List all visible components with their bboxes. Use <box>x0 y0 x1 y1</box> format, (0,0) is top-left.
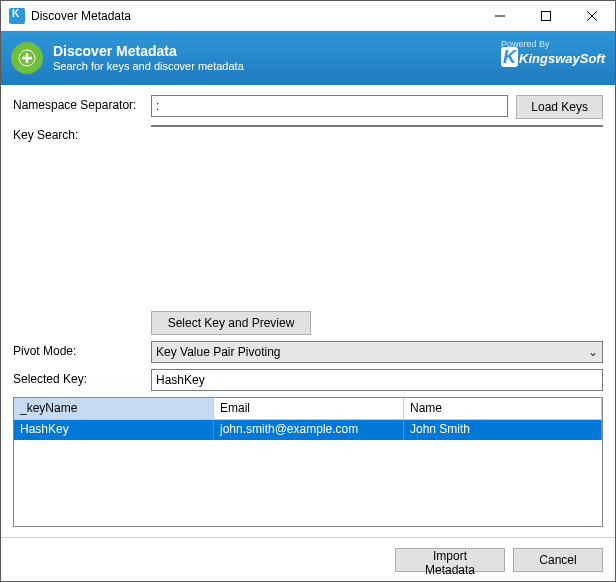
banner-plus-icon <box>11 42 43 74</box>
grid-header-name[interactable]: Name <box>404 398 602 420</box>
window-title: Discover Metadata <box>31 9 477 23</box>
namespace-separator-row: Namespace Separator: Load Keys <box>13 95 603 119</box>
svg-rect-1 <box>542 11 551 20</box>
selected-key-label: Selected Key: <box>13 369 143 386</box>
close-icon <box>587 11 597 21</box>
cancel-button[interactable]: Cancel <box>513 548 603 572</box>
tree-items-container: ├─#redis_person/cc/lastName├─comment├─co… <box>152 126 585 127</box>
close-button[interactable] <box>569 1 615 30</box>
app-icon <box>9 8 25 24</box>
maximize-button[interactable] <box>523 1 569 30</box>
grid-header: _keyName Email Name <box>14 398 602 420</box>
pivot-mode-row: Pivot Mode: Key Value Pair Pivoting ⌄ <box>13 341 603 363</box>
key-tree[interactable]: ├─#redis_person/cc/lastName├─comment├─co… <box>151 125 603 127</box>
dialog-window: Discover Metadata Discover Metadata Sear… <box>0 0 616 582</box>
selected-key-row: Selected Key: HashKey <box>13 369 603 391</box>
load-keys-button[interactable]: Load Keys <box>516 95 603 119</box>
key-search-label: Key Search: <box>13 125 143 142</box>
import-metadata-button[interactable]: Import Metadata <box>395 548 505 572</box>
namespace-separator-label: Namespace Separator: <box>13 95 143 112</box>
brand-logo: KKingswaySoft <box>501 49 605 65</box>
minimize-button[interactable] <box>477 1 523 30</box>
window-controls <box>477 1 615 30</box>
select-key-preview-button[interactable]: Select Key and Preview <box>151 311 311 335</box>
chevron-down-icon: ⌄ <box>584 345 602 359</box>
grid-cell-email: john.smith@example.com <box>214 420 404 440</box>
grid-row-selected[interactable]: HashKey john.smith@example.com John Smit… <box>14 420 602 440</box>
namespace-separator-input[interactable] <box>151 95 508 117</box>
grid-cell-name: John Smith <box>404 420 602 440</box>
minimize-icon <box>495 11 505 21</box>
maximize-icon <box>541 11 551 21</box>
banner-subtitle: Search for keys and discover metadata <box>53 59 244 73</box>
grid-cell-keyname: HashKey <box>14 420 214 440</box>
spacer <box>13 311 151 335</box>
key-search-row: Key Search: ├─#redis_person/cc/lastName├… <box>13 125 603 305</box>
banner-title: Discover Metadata <box>53 43 244 59</box>
pivot-mode-select[interactable]: Key Value Pair Pivoting ⌄ <box>151 341 603 363</box>
banner: Discover Metadata Search for keys and di… <box>1 31 615 85</box>
grid-header-keyname[interactable]: _keyName <box>14 398 214 420</box>
grid-header-email[interactable]: Email <box>214 398 404 420</box>
pivot-mode-label: Pivot Mode: <box>13 341 143 358</box>
preview-grid[interactable]: _keyName Email Name HashKey john.smith@e… <box>13 397 603 527</box>
selected-key-value: HashKey <box>151 369 603 391</box>
powered-by: Powered By KKingswaySoft <box>501 39 605 65</box>
banner-text: Discover Metadata Search for keys and di… <box>53 43 244 73</box>
dialog-footer: Import Metadata Cancel <box>1 537 615 581</box>
content-area: Namespace Separator: Load Keys Key Searc… <box>1 85 615 537</box>
pivot-mode-value: Key Value Pair Pivoting <box>156 345 281 359</box>
select-preview-row: Select Key and Preview <box>13 311 603 335</box>
titlebar: Discover Metadata <box>1 1 615 31</box>
